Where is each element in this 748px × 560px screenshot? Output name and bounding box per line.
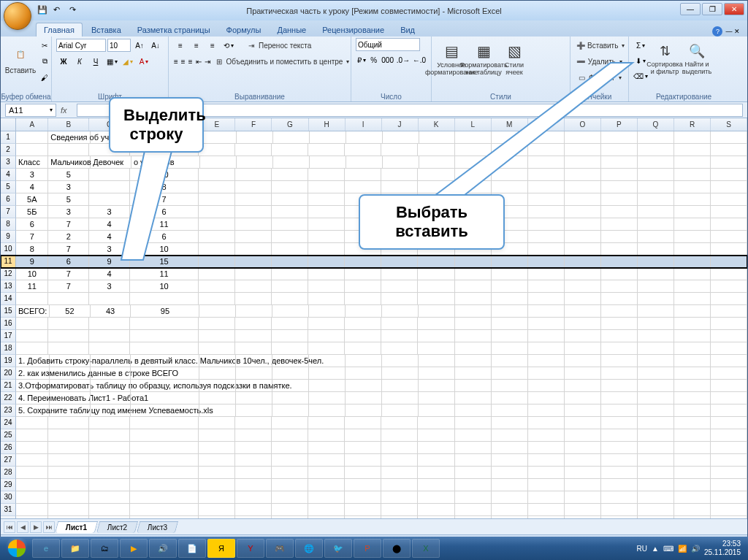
cell[interactable] [601, 417, 638, 429]
cell[interactable] [381, 342, 418, 355]
cell[interactable] [601, 144, 638, 156]
row-header[interactable]: 11 [1, 256, 16, 268]
column-header[interactable]: M [492, 118, 528, 131]
row-header[interactable]: 7 [1, 206, 16, 218]
cell[interactable] [16, 342, 48, 355]
cell[interactable] [272, 330, 308, 342]
cell[interactable] [601, 342, 638, 355]
cell[interactable] [601, 256, 638, 268]
cell[interactable] [235, 454, 272, 467]
table-row[interactable]: 26 [1, 442, 747, 454]
cell[interactable] [308, 144, 345, 156]
cell[interactable] [235, 144, 272, 156]
cell[interactable] [455, 454, 492, 467]
cell[interactable] [48, 417, 89, 429]
maximize-button[interactable]: ❐ [702, 3, 722, 15]
tab-formulas[interactable]: Формулы [219, 23, 269, 37]
cell[interactable] [346, 380, 382, 392]
cell[interactable] [492, 181, 528, 193]
cell[interactable] [674, 243, 711, 256]
cell[interactable] [309, 404, 346, 417]
cell[interactable] [345, 318, 381, 330]
cell[interactable] [674, 231, 711, 243]
cell[interactable] [200, 131, 237, 144]
cell[interactable] [565, 367, 601, 380]
cell[interactable] [235, 268, 272, 280]
cell[interactable]: 3.Отформатировать таблицу по образцу, ис… [16, 380, 50, 392]
cell[interactable] [130, 442, 199, 454]
cell[interactable] [272, 181, 308, 193]
cell[interactable] [235, 504, 272, 516]
cell[interactable] [565, 131, 601, 144]
cell[interactable] [418, 256, 454, 268]
cell[interactable] [89, 491, 130, 504]
cell[interactable] [16, 479, 48, 491]
cell[interactable] [89, 293, 130, 305]
select-all-corner[interactable] [1, 118, 16, 131]
font-size-input[interactable] [107, 39, 131, 52]
cell[interactable] [48, 454, 89, 467]
cell[interactable] [235, 467, 272, 479]
cell[interactable]: 52 [50, 305, 91, 318]
cell[interactable] [601, 504, 638, 516]
cell[interactable] [492, 268, 528, 280]
cell[interactable] [199, 181, 235, 193]
cell[interactable] [235, 417, 272, 429]
tab-layout[interactable]: Разметка страницы [130, 23, 218, 37]
cell[interactable] [711, 355, 747, 367]
cell[interactable] [235, 516, 272, 518]
cell[interactable] [382, 355, 419, 367]
tab-view[interactable]: Вид [393, 23, 422, 37]
taskbar-powerpoint[interactable]: P [354, 539, 381, 558]
cell[interactable] [528, 429, 565, 442]
taskbar-media[interactable]: ▶ [120, 539, 148, 558]
cell[interactable] [565, 156, 601, 169]
cell[interactable] [48, 144, 89, 156]
cell[interactable] [418, 429, 454, 442]
cell[interactable] [418, 181, 454, 193]
table-row[interactable]: 31 [1, 504, 747, 516]
cell[interactable] [492, 169, 528, 181]
cell[interactable] [48, 342, 89, 355]
cell[interactable] [346, 404, 382, 417]
cell[interactable] [308, 256, 345, 268]
cell[interactable] [565, 504, 601, 516]
cell[interactable] [346, 156, 383, 169]
cell[interactable]: 5Б [16, 206, 48, 218]
table-row[interactable]: 25 [1, 429, 747, 442]
cell[interactable] [565, 280, 601, 293]
cell[interactable]: Класс [16, 156, 48, 169]
cell[interactable] [418, 491, 454, 504]
cell[interactable] [89, 479, 130, 491]
cell[interactable] [601, 156, 638, 169]
column-header[interactable]: H [309, 118, 346, 131]
cell[interactable] [455, 479, 492, 491]
cell[interactable] [638, 181, 674, 193]
cell[interactable] [601, 206, 638, 218]
cell[interactable] [235, 318, 272, 330]
cell[interactable] [345, 256, 381, 268]
cell[interactable] [674, 454, 711, 467]
cell[interactable] [565, 268, 601, 280]
office-button[interactable] [4, 2, 31, 30]
cell[interactable] [308, 429, 345, 442]
cell[interactable] [272, 491, 308, 504]
cell[interactable] [236, 392, 272, 404]
cell[interactable]: 6 [16, 218, 48, 231]
copy-icon[interactable]: ⧉ [37, 54, 52, 69]
align-center-icon[interactable]: ≡ [180, 54, 186, 69]
cell[interactable] [638, 404, 674, 417]
cell[interactable]: 10 [16, 268, 48, 280]
column-header[interactable]: R [674, 118, 711, 131]
cell[interactable] [381, 429, 418, 442]
cell[interactable]: 5 [48, 169, 89, 181]
cell[interactable] [272, 144, 308, 156]
cell[interactable] [345, 442, 381, 454]
cell[interactable] [199, 193, 235, 206]
cell[interactable] [638, 280, 674, 293]
cell[interactable] [235, 330, 272, 342]
cell[interactable] [130, 330, 199, 342]
cell[interactable] [308, 330, 345, 342]
cell[interactable] [308, 243, 345, 256]
cell[interactable] [381, 504, 418, 516]
